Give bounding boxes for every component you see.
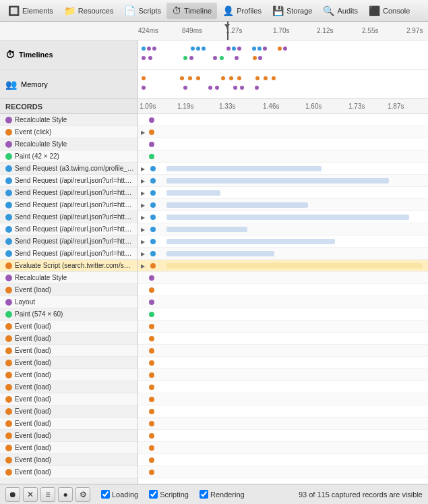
record-label: Send Request (/api/reurl.json?url=htt… bbox=[15, 250, 131, 257]
record-row[interactable]: Send Request (/api/reurl.json?url=htt… bbox=[0, 235, 137, 248]
chart-dot bbox=[150, 251, 156, 256]
expand-arrow[interactable]: ▶ bbox=[141, 166, 145, 172]
record-button[interactable]: ⏺ bbox=[5, 487, 20, 502]
memory-chart[interactable] bbox=[138, 69, 428, 99]
record-row[interactable]: Layout bbox=[0, 296, 137, 308]
record-label: Event (load) bbox=[15, 432, 51, 439]
record-label: Recalculate Style bbox=[15, 140, 67, 148]
chart-ruler: 1.09s 1.19s 1.33s 1.46s 1.60s 1.73s 1.87… bbox=[138, 99, 428, 114]
expand-arrow[interactable]: ▶ bbox=[141, 227, 145, 233]
chart-dot bbox=[149, 421, 154, 426]
expand-arrow[interactable]: ▶ bbox=[141, 239, 145, 245]
expand-arrow[interactable]: ▶ bbox=[141, 215, 145, 221]
record-row[interactable]: Send Request (/api/reurl.json?url=htt… bbox=[0, 248, 137, 260]
expand-arrow[interactable]: ▶ bbox=[141, 178, 145, 184]
record-row[interactable]: Send Request (/api/reurl.json?url=htt… bbox=[0, 187, 137, 199]
toolbar-resources[interactable]: 📁 Resources bbox=[59, 3, 119, 19]
scripting-checkbox[interactable] bbox=[149, 490, 158, 499]
record-row[interactable]: Send Request (/api/reurl.json?url=htt… bbox=[0, 211, 137, 223]
chart-dot bbox=[149, 324, 154, 329]
chart-row bbox=[138, 284, 428, 296]
rendering-checkbox[interactable] bbox=[200, 490, 208, 499]
mem-dot2 bbox=[183, 86, 187, 90]
record-row[interactable]: Event (load) bbox=[0, 418, 137, 430]
chart-dot bbox=[283, 47, 287, 51]
chart-dot bbox=[150, 178, 156, 184]
chart-bar bbox=[166, 178, 389, 184]
record-dot bbox=[5, 153, 12, 160]
timelines-row: ⏱ Timelines bbox=[0, 40, 428, 69]
chart-dot bbox=[278, 47, 282, 51]
record-row[interactable]: Event (load) bbox=[0, 284, 137, 296]
record-row[interactable]: Recalculate Style bbox=[0, 272, 137, 284]
ruler-mark-0: 424ms bbox=[138, 27, 158, 34]
chart-dot bbox=[258, 56, 262, 60]
timelines-chart[interactable] bbox=[138, 40, 428, 69]
record-row[interactable]: Event (load) bbox=[0, 405, 137, 418]
record-row[interactable]: Event (load) bbox=[0, 430, 137, 442]
clear-button[interactable]: ✕ bbox=[23, 487, 38, 502]
record-label: Event (load) bbox=[15, 371, 51, 379]
record-row[interactable]: Event (load) bbox=[0, 381, 137, 393]
chart-bar bbox=[166, 166, 322, 171]
records-chart[interactable]: 1.09s 1.19s 1.33s 1.46s 1.60s 1.73s 1.87… bbox=[138, 99, 428, 484]
mem-dot2 bbox=[142, 86, 146, 90]
chart-bar bbox=[166, 190, 220, 196]
record-row[interactable]: Event (load) bbox=[0, 454, 137, 466]
chart-dot bbox=[220, 56, 224, 60]
chart-row bbox=[138, 150, 428, 163]
mem-dot bbox=[229, 76, 233, 80]
record-row[interactable]: Event (click) bbox=[0, 126, 137, 138]
filter-button[interactable]: ⚙ bbox=[75, 487, 90, 502]
chart-row bbox=[138, 381, 428, 393]
toolbar-elements[interactable]: 🔲 Elements bbox=[3, 3, 59, 19]
record-row[interactable]: Evaluate Script (search.twitter.com/s… bbox=[0, 260, 137, 272]
expand-arrow[interactable]: ▶ bbox=[141, 263, 145, 269]
expand-arrow[interactable]: ▶ bbox=[141, 202, 145, 208]
scripting-checkbox-label[interactable]: Scripting bbox=[149, 490, 189, 499]
expand-arrow[interactable]: ▶ bbox=[141, 251, 145, 257]
record-row[interactable]: Recalculate Style bbox=[0, 138, 137, 150]
toolbar-timeline[interactable]: ⏱ Timeline bbox=[166, 3, 217, 19]
record-row[interactable]: Event (load) bbox=[0, 320, 137, 333]
record-row[interactable]: Paint (42 × 22) bbox=[0, 150, 137, 163]
record-row[interactable]: Event (load) bbox=[0, 442, 137, 454]
list-button[interactable]: ≡ bbox=[40, 487, 55, 502]
record-row[interactable]: Event (load) bbox=[0, 466, 137, 478]
record-row[interactable]: Send Request (/api/reurl.json?url=htt… bbox=[0, 223, 137, 235]
record-row[interactable]: Event (load) bbox=[0, 357, 137, 369]
record-row[interactable]: Send Request (/api/reurl.json?url=htt… bbox=[0, 175, 137, 187]
toolbar-console[interactable]: ⬛ Console bbox=[363, 3, 415, 19]
toolbar-scripts[interactable]: 📄 Scripts bbox=[119, 3, 166, 19]
dot-button[interactable]: ● bbox=[58, 487, 73, 502]
loading-checkbox-label[interactable]: Loading bbox=[101, 490, 138, 499]
record-row[interactable]: Send Request (a3.twimg.com/profile_j… bbox=[0, 163, 137, 175]
record-row[interactable]: Paint (574 × 60) bbox=[0, 308, 137, 320]
record-dot bbox=[5, 360, 12, 366]
record-dot bbox=[5, 129, 12, 136]
rendering-checkbox-label[interactable]: Rendering bbox=[200, 490, 245, 499]
chart-dot bbox=[196, 47, 200, 51]
record-row[interactable]: Event (load) bbox=[0, 333, 137, 345]
expand-arrow[interactable]: ▶ bbox=[141, 190, 145, 196]
record-row[interactable]: Send Request (/api/reurl.json?url=htt… bbox=[0, 199, 137, 211]
mem-dot bbox=[237, 76, 241, 80]
chart-dot bbox=[149, 385, 154, 390]
record-label: Recalculate Style bbox=[15, 116, 67, 123]
record-row[interactable]: Event (load) bbox=[0, 345, 137, 357]
record-row[interactable]: Recalculate Style bbox=[0, 114, 137, 126]
record-label: Event (click) bbox=[15, 128, 51, 136]
chart-dot bbox=[149, 287, 154, 293]
expand-arrow[interactable]: ▶ bbox=[141, 130, 145, 136]
records-list: Recalculate StyleEvent (click)Recalculat… bbox=[0, 114, 137, 478]
toolbar-audits[interactable]: 🔍 Audits bbox=[317, 3, 363, 19]
record-row[interactable]: Event (load) bbox=[0, 393, 137, 405]
chart-dot bbox=[263, 47, 267, 51]
loading-checkbox[interactable] bbox=[101, 490, 110, 499]
toolbar-profiles[interactable]: 👤 Profiles bbox=[217, 3, 267, 19]
status-bar: ⏺ ✕ ≡ ● ⚙ Loading Scripting Rendering 93… bbox=[0, 484, 428, 504]
record-row[interactable]: Event (load) bbox=[0, 369, 137, 381]
toolbar-storage[interactable]: 💾 Storage bbox=[267, 3, 318, 19]
chart-row: ▶ bbox=[138, 199, 428, 211]
chart-row bbox=[138, 393, 428, 405]
